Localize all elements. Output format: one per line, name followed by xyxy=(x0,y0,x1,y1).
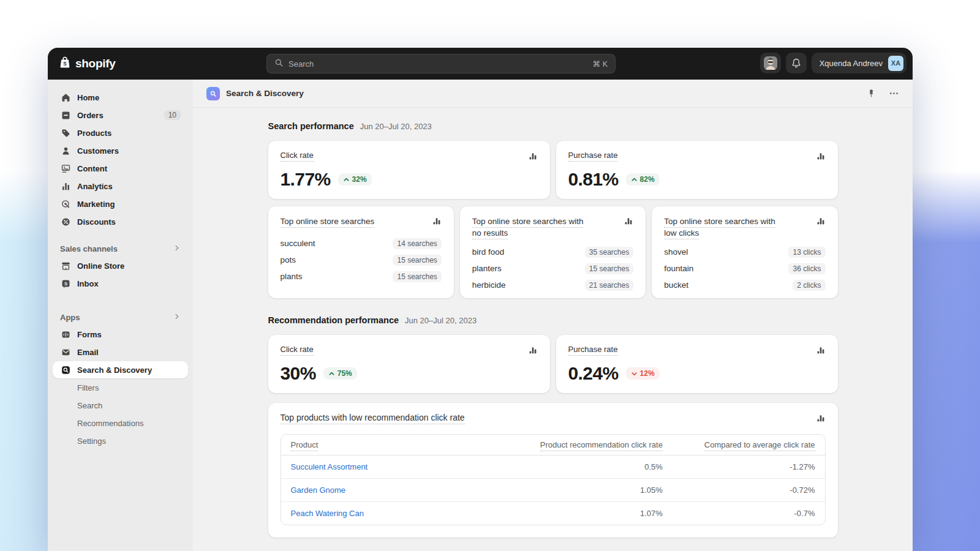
bar-chart-icon[interactable] xyxy=(528,151,538,163)
search-term-row: planters 15 searches xyxy=(472,260,633,277)
store-avatar-icon xyxy=(764,56,777,70)
section-title: Search performance xyxy=(268,121,354,131)
chevron-right-icon xyxy=(173,243,181,254)
top-searches-card: Top online store searches succulent 14 s… xyxy=(268,206,454,298)
bar-chart-icon[interactable] xyxy=(528,345,538,358)
sidebar-section-apps[interactable]: Apps xyxy=(53,310,188,324)
metric-label[interactable]: Click rate xyxy=(281,151,314,162)
card-title[interactable]: Top online store searches with low click… xyxy=(664,217,775,239)
column-header-click-rate[interactable]: Product recommendation click rate xyxy=(466,435,672,455)
sidebar-subitem-search[interactable]: Search xyxy=(53,397,188,414)
sidebar-item-content[interactable]: Content xyxy=(53,160,188,177)
sidebar-item-forms[interactable]: Forms xyxy=(53,326,188,343)
sidebar-item-online-store[interactable]: Online Store xyxy=(53,257,188,274)
bar-chart-icon[interactable] xyxy=(816,151,826,163)
sidebar-item-email[interactable]: Email xyxy=(53,343,188,361)
column-header-compared[interactable]: Compared to average click rate xyxy=(673,435,825,455)
trend-up-badge: 32% xyxy=(338,173,372,186)
sidebar-item-customers[interactable]: Customers xyxy=(53,142,188,159)
click-rate-value: 0.5% xyxy=(466,455,672,479)
search-term-row: bird food 35 searches xyxy=(472,244,633,260)
orders-icon xyxy=(60,110,71,121)
bar-chart-icon[interactable] xyxy=(816,413,826,425)
global-search[interactable]: ⌘ K xyxy=(266,54,616,73)
sidebar-section-sales-channels[interactable]: Sales channels xyxy=(53,241,188,256)
column-header-product[interactable]: Product xyxy=(281,435,466,455)
card-title[interactable]: Top online store searches xyxy=(281,217,375,228)
search-term-row: shovel 13 clicks xyxy=(664,244,825,260)
search-discovery-app-icon xyxy=(60,364,71,375)
search-term-row: plants 15 searches xyxy=(281,268,442,285)
search-shortcut: ⌘ K xyxy=(593,59,608,69)
sidebar-item-discounts[interactable]: Discounts xyxy=(53,213,188,230)
sidebar-item-orders[interactable]: Orders 10 xyxy=(53,107,188,124)
products-table: Product Product recommendation click rat… xyxy=(281,434,826,525)
sidebar-item-products[interactable]: Products xyxy=(53,124,188,141)
sidebar-subitem-filters[interactable]: Filters xyxy=(53,379,188,396)
sidebar-item-inbox[interactable]: S Inbox xyxy=(53,275,188,292)
table-row: Succulent Assortment 0.5% -1.27% xyxy=(281,455,825,479)
storefront-icon xyxy=(60,260,71,271)
metric-label[interactable]: Purchase rate xyxy=(568,151,618,162)
user-name: Xquenda Andreev xyxy=(820,59,883,68)
sidebar-item-marketing[interactable]: Marketing xyxy=(53,195,188,212)
bar-chart-icon[interactable] xyxy=(816,216,826,228)
section-title: Recommendation performance xyxy=(268,315,399,325)
app-header: Search & Discovery xyxy=(193,80,913,108)
more-options-button[interactable] xyxy=(889,88,899,99)
page-title: Search & Discovery xyxy=(226,89,304,98)
sidebar-subitem-recommendations[interactable]: Recommendations xyxy=(53,414,188,432)
shopify-logo[interactable]: S shopify xyxy=(58,48,115,80)
topbar-actions: Xquenda Andreev XA xyxy=(760,53,907,73)
compared-value: -0.72% xyxy=(673,479,825,502)
trend-up-badge: 82% xyxy=(626,173,660,186)
click-rate-value: 1.07% xyxy=(466,502,672,525)
bell-icon xyxy=(791,58,802,69)
store-avatar-button[interactable] xyxy=(760,53,781,73)
marketing-icon xyxy=(60,198,71,209)
product-link[interactable]: Peach Watering Can xyxy=(291,509,364,518)
count-badge: 14 searches xyxy=(393,238,441,249)
products-icon xyxy=(60,127,71,138)
inbox-chat-icon: S xyxy=(60,278,71,289)
low-rec-click-rate-table-card: Top products with low recommendation cli… xyxy=(268,403,838,538)
count-badge: 15 searches xyxy=(393,255,441,266)
notifications-button[interactable] xyxy=(786,53,807,73)
click-rate-card: Click rate 1.77% 32% xyxy=(268,141,550,199)
metric-label[interactable]: Purchase rate xyxy=(568,345,618,356)
customers-icon xyxy=(60,145,71,156)
sidebar-subitem-settings[interactable]: Settings xyxy=(53,432,188,449)
product-link[interactable]: Garden Gnome xyxy=(291,485,346,495)
product-link[interactable]: Succulent Assortment xyxy=(291,462,368,471)
search-input[interactable] xyxy=(288,59,588,69)
trend-up-badge: 75% xyxy=(323,367,357,380)
caret-up-icon xyxy=(343,176,350,183)
search-term-row: fountain 36 clicks xyxy=(664,260,825,277)
sidebar-item-home[interactable]: Home xyxy=(53,89,188,106)
bar-chart-icon[interactable] xyxy=(432,216,442,228)
rec-purchase-rate-card: Purchase rate 0.24% 12% xyxy=(556,335,838,393)
sidebar-item-analytics[interactable]: Analytics xyxy=(53,178,188,195)
caret-down-icon xyxy=(631,370,638,377)
sidebar-item-search-discovery[interactable]: Search & Discovery xyxy=(53,361,188,378)
bar-chart-icon[interactable] xyxy=(624,216,633,228)
discounts-icon xyxy=(60,216,71,227)
forms-icon xyxy=(60,329,71,340)
search-term-row: pots 15 searches xyxy=(281,252,442,268)
svg-text:S: S xyxy=(64,281,67,287)
chevron-right-icon xyxy=(173,312,181,323)
shopify-bag-icon: S xyxy=(58,56,72,72)
bar-chart-icon[interactable] xyxy=(816,345,826,358)
metric-label[interactable]: Click rate xyxy=(281,345,314,356)
metric-value: 30% xyxy=(281,363,316,384)
card-title[interactable]: Top products with low recommendation cli… xyxy=(281,413,465,424)
pin-button[interactable] xyxy=(866,88,876,99)
date-range: Jun 20–Jul 20, 2023 xyxy=(360,122,432,131)
sidebar-nav: Home Orders 10 Products Customers xyxy=(48,80,193,551)
count-badge: 35 searches xyxy=(585,247,633,258)
low-clicks-searches-card: Top online store searches with low click… xyxy=(652,206,837,298)
no-results-searches-card: Top online store searches with no result… xyxy=(460,206,646,298)
user-menu-button[interactable]: Xquenda Andreev XA xyxy=(812,53,907,73)
home-icon xyxy=(60,92,71,103)
card-title[interactable]: Top online store searches with no result… xyxy=(472,217,584,239)
